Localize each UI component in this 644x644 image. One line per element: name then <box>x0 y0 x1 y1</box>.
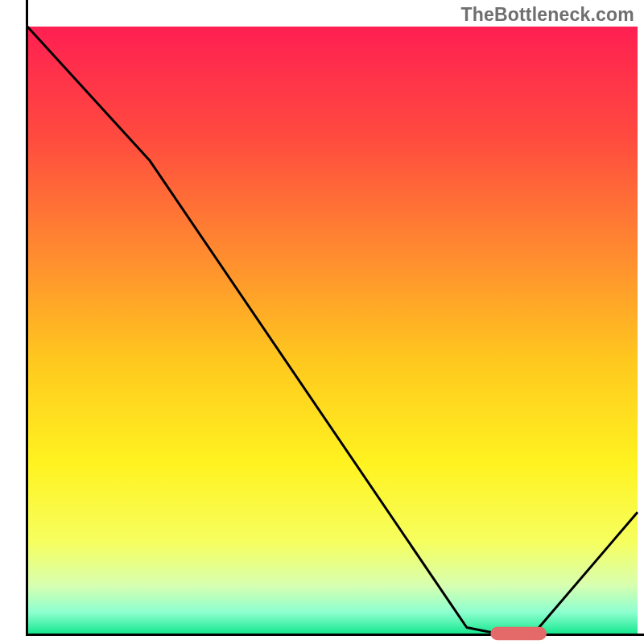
bottleneck-chart <box>0 0 644 644</box>
plot-background <box>27 27 638 634</box>
chart-container: TheBottleneck.com <box>0 0 644 644</box>
